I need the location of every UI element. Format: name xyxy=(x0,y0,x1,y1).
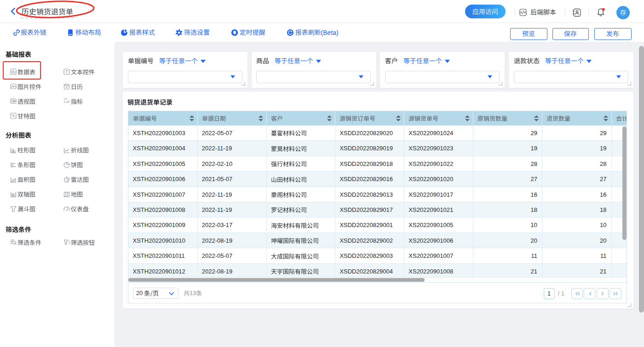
svg-text:4,80: 4,80 xyxy=(63,100,70,104)
